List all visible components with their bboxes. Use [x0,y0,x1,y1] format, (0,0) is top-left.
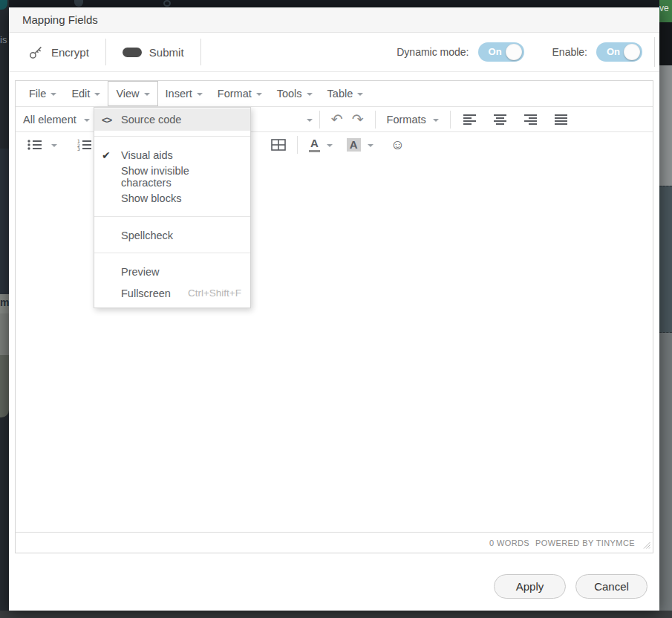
checkmark-icon: ✔ [102,149,121,161]
background-text-fragment: is [0,34,7,45]
background-color-button[interactable]: A [342,134,365,155]
background-block [659,22,672,65]
align-center-button[interactable] [489,109,511,130]
source-code-icon: <> [102,114,121,126]
background-block [0,355,9,417]
divider [297,136,298,154]
text-color-button[interactable]: A [304,134,324,155]
dynamic-mode-label: Dynamic mode: [397,46,469,58]
menu-separator [94,253,250,253]
dialog-title: Mapping Fields [22,13,98,26]
resize-handle[interactable] [643,541,650,550]
divider [375,111,376,129]
bullet-list-button[interactable] [23,134,46,155]
menu-table[interactable]: Table [320,81,371,106]
menu-item-source-code[interactable]: <> Source code [94,108,250,131]
menu-item-preview[interactable]: Preview [94,261,250,282]
menu-item-label: Spellcheck [121,230,241,241]
background-topbar [0,0,672,7]
menu-item-fullscreen[interactable]: Fullscreen Ctrl+Shift+F [94,282,250,304]
formats-select[interactable]: Formats [382,114,443,126]
cancel-button[interactable]: Cancel [575,574,647,599]
align-right-button[interactable] [520,109,541,130]
bullet-list-options-button[interactable] [49,143,59,147]
background-teal-fragment [0,0,7,10]
align-left-icon [463,114,476,125]
menu-item-spellcheck[interactable]: Spellcheck [94,224,250,246]
menu-insert-label: Insert [166,88,192,100]
element-path-label: All element [23,114,76,126]
undo-button[interactable]: ↶ [327,109,348,130]
menu-item-label: Preview [121,266,241,278]
editor-statusbar: 0 WORDS POWERED BY TINYMCE [16,532,653,553]
editor-menubar: File Edit View Insert Format Tools Table [16,81,653,107]
menu-item-visual-aids[interactable]: ✔ Visual aids [94,144,250,166]
apply-button[interactable]: Apply [494,574,566,599]
menu-tools[interactable]: Tools [270,81,320,106]
background-color-icon: A [347,138,361,152]
enable-label: Enable: [552,46,587,58]
menu-format-label: Format [218,88,252,100]
enable-toggle[interactable]: On [596,42,642,62]
submit-pill-icon [123,48,142,57]
align-justify-icon [555,114,567,125]
background-shield-icon [74,0,83,7]
dialog-header: Mapping Fields [9,7,659,33]
background-save-button-fragment: ve [659,0,672,22]
fontsize-select[interactable]: pt [241,114,313,126]
branding-label: POWERED BY TINYMCE [535,539,635,547]
text-color-options-button[interactable] [324,143,335,147]
menu-item-label: Show invisible characters [121,165,241,189]
wordcount-label: 0 WORDS [489,539,529,547]
background-right-strip: ve [659,0,672,618]
chevron-down-icon [368,144,373,147]
svg-text:3: 3 [77,146,80,151]
dynamic-mode-toggle-state: On [489,46,502,57]
resize-grip-icon [643,541,650,549]
menu-edit-label: Edit [71,88,90,100]
emoticons-button[interactable]: ☺ [386,134,409,155]
background-color-options-button[interactable] [365,143,376,147]
view-dropdown-menu: <> Source code ✔ Visual aids Show invisi… [94,107,251,308]
background-block [0,313,9,355]
menu-view[interactable]: View [108,81,157,106]
background-help-icon [163,0,171,7]
menu-file[interactable]: File [22,81,64,106]
redo-button[interactable]: ↷ [348,109,368,130]
numbered-list-button[interactable]: 123 [73,134,96,155]
emoticon-icon: ☺ [391,137,405,153]
toggle-knob [624,44,640,60]
menu-format[interactable]: Format [210,81,270,106]
menu-item-label: Show blocks [121,192,241,204]
menu-item-label: Fullscreen [121,287,188,299]
element-path-select[interactable]: All element [23,114,90,126]
redo-icon: ↷ [352,112,364,126]
divider [319,111,320,129]
menu-item-label: Visual aids [121,149,241,161]
menu-item-show-blocks[interactable]: Show blocks [94,187,250,209]
background-scroll-thumb [659,186,672,333]
chevron-down-icon [94,93,100,96]
chevron-down-icon [433,119,439,122]
encrypt-button[interactable]: Encrypt [12,33,105,71]
menu-item-show-invisible-characters[interactable]: Show invisible characters [94,166,250,187]
menu-insert[interactable]: Insert [158,81,210,106]
submit-button[interactable]: Submit [106,33,200,71]
background-block [659,333,672,611]
divider [200,39,201,65]
menu-edit[interactable]: Edit [64,81,108,106]
undo-icon: ↶ [331,112,343,126]
chevron-down-icon [197,93,203,96]
bullet-list-icon [27,139,42,151]
table-button[interactable] [267,134,290,155]
dynamic-mode-toggle[interactable]: On [478,42,524,62]
dialog-action-bar: Encrypt Submit Dynamic mode: On Enable: … [9,33,659,72]
background-text-fragment: m [0,296,9,308]
align-justify-button[interactable] [550,109,572,130]
formats-label: Formats [387,114,426,126]
align-left-button[interactable] [459,109,480,130]
submit-button-label: Submit [149,46,184,59]
menu-table-label: Table [327,88,353,100]
menu-view-label: View [116,88,139,100]
chevron-down-icon [357,93,363,96]
